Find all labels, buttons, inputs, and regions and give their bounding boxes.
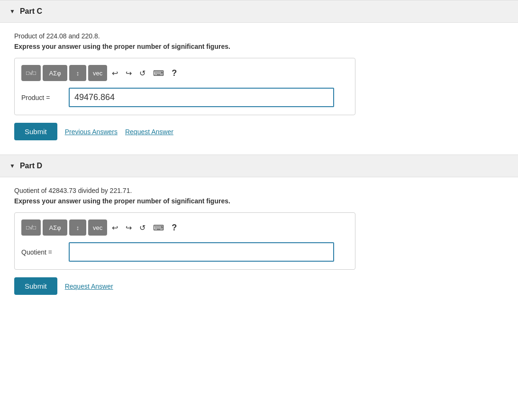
part-d-actions: Submit Request Answer — [14, 277, 504, 295]
part-c-vec-label: vec — [93, 70, 102, 77]
part-d-submit-button[interactable]: Submit — [14, 277, 57, 295]
part-d-header: ▼ Part D — [0, 155, 518, 177]
part-d-sqrt-btn[interactable]: □√□ — [21, 219, 41, 236]
part-c-sqrt-btn[interactable]: □√□ — [21, 65, 41, 81]
part-c-description: Product of 224.08 and 220.8. — [14, 32, 504, 40]
part-c-answer-box: □√□ ΑΣφ ↕ vec ↩ ↪ ↺ — [14, 58, 355, 115]
part-d-title: Part D — [20, 162, 42, 170]
part-c-arrow-icon: ↕ — [76, 70, 80, 77]
part-d-help-icon: ? — [172, 223, 177, 233]
part-d-keyboard-btn[interactable]: ⌨ — [150, 221, 167, 234]
part-d-instruction: Express your answer using the proper num… — [14, 197, 504, 205]
part-c-undo-icon: ↩ — [112, 69, 118, 78]
part-d-arrow-icon: ↕ — [76, 224, 80, 231]
part-d-sqrt-icon: □√□ — [26, 224, 36, 231]
part-c-input-row: Product = — [21, 88, 348, 107]
part-c-reset-btn[interactable]: ↺ — [136, 67, 148, 80]
part-c-redo-btn[interactable]: ↪ — [123, 67, 135, 80]
part-d-section: ▼ Part D Quotient of 42843.73 divided by… — [0, 155, 518, 309]
part-d-request-answer-button[interactable]: Request Answer — [65, 283, 113, 290]
part-d-redo-btn[interactable]: ↪ — [123, 221, 135, 234]
part-c-keyboard-btn[interactable]: ⌨ — [150, 67, 167, 80]
part-c-arrow-btn[interactable]: ↕ — [69, 65, 86, 81]
part-c-vec-btn[interactable]: vec — [88, 65, 107, 81]
part-c-actions: Submit Previous Answers Request Answer — [14, 123, 504, 140]
part-c-greek-icon: ΑΣφ — [49, 70, 61, 77]
part-c-undo-btn[interactable]: ↩ — [109, 67, 121, 80]
part-c-request-answer-button[interactable]: Request Answer — [125, 128, 173, 136]
part-d-chevron[interactable]: ▼ — [9, 163, 15, 169]
part-c-help-btn[interactable]: ? — [169, 66, 180, 80]
part-d-undo-icon: ↩ — [112, 223, 118, 232]
part-d-input-row: Quotient = — [21, 242, 348, 262]
part-d-help-btn[interactable]: ? — [169, 221, 180, 235]
part-c-toolbar: □√□ ΑΣφ ↕ vec ↩ ↪ ↺ — [21, 65, 348, 81]
part-c-instruction: Express your answer using the proper num… — [14, 43, 504, 50]
part-c-input-label: Product = — [21, 94, 64, 101]
part-d-description: Quotient of 42843.73 divided by 221.71. — [14, 187, 504, 194]
part-c-header: ▼ Part C — [0, 0, 518, 23]
part-d-toolbar: □√□ ΑΣφ ↕ vec ↩ ↪ ↺ — [21, 219, 348, 236]
part-d-body: Quotient of 42843.73 divided by 221.71. … — [0, 177, 518, 309]
part-c-answer-input[interactable] — [69, 88, 334, 107]
part-c-chevron[interactable]: ▼ — [9, 8, 15, 15]
part-d-arrow-btn[interactable]: ↕ — [69, 219, 86, 236]
part-c-keyboard-icon: ⌨ — [153, 69, 164, 78]
part-d-vec-label: vec — [93, 224, 102, 231]
part-d-greek-btn[interactable]: ΑΣφ — [43, 219, 67, 236]
part-d-greek-icon: ΑΣφ — [49, 224, 61, 231]
part-c-previous-answers-button[interactable]: Previous Answers — [65, 128, 118, 136]
part-d-answer-input[interactable] — [69, 242, 334, 262]
part-d-input-label: Quotient = — [21, 248, 64, 256]
part-c-reset-icon: ↺ — [139, 69, 145, 78]
part-d-vec-btn[interactable]: vec — [88, 219, 107, 236]
part-c-redo-icon: ↪ — [126, 69, 132, 78]
part-d-undo-btn[interactable]: ↩ — [109, 221, 121, 234]
part-c-body: Product of 224.08 and 220.8. Express you… — [0, 23, 518, 155]
part-d-keyboard-icon: ⌨ — [153, 223, 164, 232]
part-d-reset-icon: ↺ — [139, 223, 145, 232]
part-c-section: ▼ Part C Product of 224.08 and 220.8. Ex… — [0, 0, 518, 155]
part-c-help-icon: ? — [172, 68, 177, 78]
part-c-submit-button[interactable]: Submit — [14, 123, 57, 140]
part-d-reset-btn[interactable]: ↺ — [136, 221, 148, 234]
part-d-answer-box: □√□ ΑΣφ ↕ vec ↩ ↪ ↺ — [14, 212, 355, 270]
part-c-sqrt-icon: □√□ — [26, 70, 36, 76]
part-d-redo-icon: ↪ — [126, 223, 132, 232]
part-c-title: Part C — [20, 7, 42, 16]
part-c-greek-btn[interactable]: ΑΣφ — [43, 65, 67, 81]
